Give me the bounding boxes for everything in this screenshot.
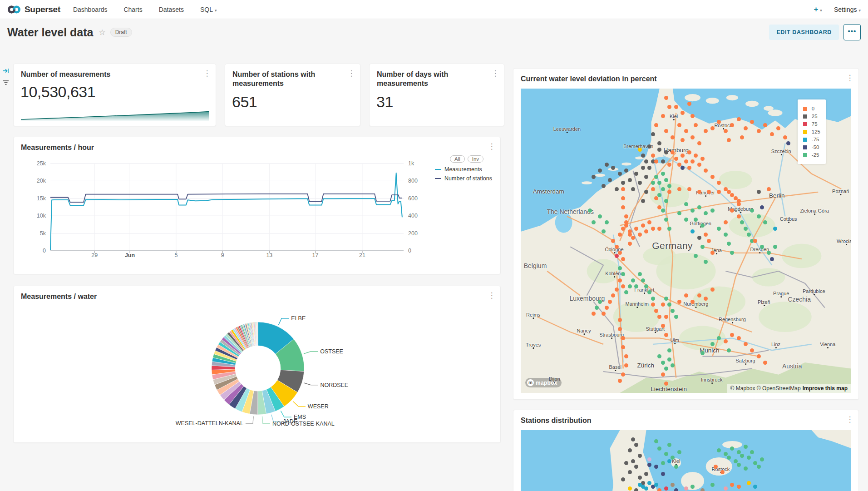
city-marker-dot — [705, 195, 706, 197]
edit-dashboard-button[interactable]: EDIT DASHBOARD — [769, 25, 839, 40]
city-label: Reims — [526, 312, 540, 317]
station-dot — [776, 126, 780, 130]
svg-text:5: 5 — [174, 252, 178, 258]
new-item-button[interactable]: +▾ — [814, 5, 822, 14]
card-menu-icon[interactable]: ⋮ — [488, 291, 496, 300]
city-label: Poznań — [832, 188, 849, 194]
map-legend-item: 25 — [803, 114, 820, 119]
station-dot — [690, 114, 695, 118]
kpi-trendline — [21, 109, 209, 121]
donut-slice[interactable] — [257, 322, 258, 346]
station-dot — [667, 348, 671, 352]
station-dot — [740, 135, 744, 139]
donut-chart[interactable]: ELBEOSTSEENORDSEEWESEREMSJADENORD-OSTSEE… — [14, 300, 501, 443]
station-dot — [687, 102, 691, 106]
city-marker-dot — [614, 276, 615, 278]
station-dot — [710, 288, 715, 292]
filter-icon[interactable] — [2, 79, 10, 87]
station-dot — [661, 372, 665, 377]
city-marker-dot — [716, 253, 717, 254]
station-dot — [661, 303, 665, 307]
station-dot — [657, 227, 661, 231]
station-dot — [592, 312, 596, 316]
city-marker-dot — [644, 293, 645, 294]
nav-dashboards[interactable]: Dashboards — [73, 6, 108, 13]
improve-map-link[interactable]: Improve this map — [803, 385, 848, 392]
legend-item-stations[interactable]: Number of stations — [435, 175, 498, 182]
station-dot — [744, 227, 748, 231]
kpi-card-days: Number of days with measurements ⋮ 31 — [369, 64, 504, 126]
station-dot — [773, 227, 777, 231]
city-label: Koblenz — [605, 271, 623, 276]
station-dot — [654, 309, 658, 313]
station-dot — [734, 459, 738, 463]
expand-filter-bar-icon[interactable] — [2, 67, 10, 75]
station-dot — [651, 187, 655, 191]
city-label: Belgium — [524, 262, 547, 269]
dashboard-more-button[interactable]: ••• — [843, 24, 861, 40]
svg-text:29: 29 — [91, 252, 98, 258]
legend-all-button[interactable]: All — [450, 155, 465, 163]
station-dot — [664, 367, 668, 371]
superset-dashboard-page: Superset Dashboards Charts Datasets SQL▾… — [0, 0, 868, 491]
water-donut-card: Measurements / water ⋮ ELBEOSTSEENORDSEE… — [13, 286, 501, 443]
favorite-star-icon[interactable]: ☆ — [99, 28, 105, 37]
city-label: Innsbruck — [701, 377, 723, 382]
station-dot — [747, 233, 751, 237]
legend-value-label: 25 — [812, 114, 818, 119]
line-chart[interactable]: 005k20010k40015k60020k80025k1k29Jun59131… — [21, 154, 432, 268]
station-dot — [621, 196, 625, 200]
deviation-map-card: Current water level deviation in percent… — [513, 68, 859, 400]
card-menu-icon[interactable]: ⋮ — [491, 69, 499, 78]
chevron-down-icon: ▾ — [820, 8, 822, 13]
card-menu-icon[interactable]: ⋮ — [347, 69, 355, 78]
donut-slice-label: WESEL-DATTELN-KANAL — [176, 420, 243, 427]
station-dot — [783, 135, 787, 139]
legend-inv-button[interactable]: Inv — [468, 155, 483, 163]
nav-datasets[interactable]: Datasets — [159, 6, 184, 13]
kpi-value: 31 — [376, 93, 393, 111]
station-dot — [727, 348, 731, 352]
city-label: Strasbourg — [599, 332, 624, 337]
legend-item-measurements[interactable]: Measurements — [435, 166, 498, 173]
card-menu-icon[interactable]: ⋮ — [846, 415, 854, 424]
card-menu-icon[interactable]: ⋮ — [488, 142, 496, 151]
station-dot — [618, 278, 622, 283]
station-dot — [684, 202, 688, 206]
card-menu-icon[interactable]: ⋮ — [846, 73, 854, 83]
station-dot — [757, 354, 761, 358]
station-dot — [621, 477, 625, 481]
nav-charts[interactable]: Charts — [123, 6, 142, 13]
city-marker-dot — [583, 333, 585, 335]
card-menu-icon[interactable]: ⋮ — [203, 69, 211, 78]
city-label: Nuremberg — [683, 301, 708, 307]
station-dot — [611, 166, 615, 170]
station-dot — [720, 470, 725, 474]
deviation-map[interactable]: 02575125-75-50-25 m mapbox © Mapbox © Op… — [521, 89, 851, 393]
city-label: Cottbus — [780, 216, 797, 222]
station-dot — [737, 202, 741, 206]
city-marker-dot — [615, 370, 616, 371]
city-marker-dot — [674, 343, 676, 344]
station-dot — [654, 465, 658, 469]
station-dot — [588, 208, 592, 213]
infinity-logo-icon — [7, 5, 21, 14]
kpi-card-measurements: Number of measurements ⋮ 10,530,631 — [13, 64, 216, 126]
station-dot — [697, 141, 701, 145]
station-dot — [737, 485, 741, 489]
station-dot — [664, 96, 668, 100]
city-label: The Netherlands — [547, 208, 594, 215]
city-label: Linz — [771, 342, 780, 347]
nav-sql[interactable]: SQL▾ — [200, 6, 217, 13]
station-dot — [664, 315, 668, 319]
mapbox-logo[interactable]: m mapbox — [525, 378, 562, 387]
station-dot — [697, 163, 701, 167]
superset-logo[interactable]: Superset — [7, 5, 60, 15]
station-dot — [661, 472, 665, 476]
stations-map[interactable]: KielRostock — [521, 430, 851, 491]
settings-menu[interactable]: Settings▾ — [834, 6, 861, 13]
station-dot — [628, 178, 632, 182]
station-dot — [667, 459, 671, 463]
station-dot — [717, 227, 721, 231]
city-label: Rostock — [714, 123, 732, 128]
